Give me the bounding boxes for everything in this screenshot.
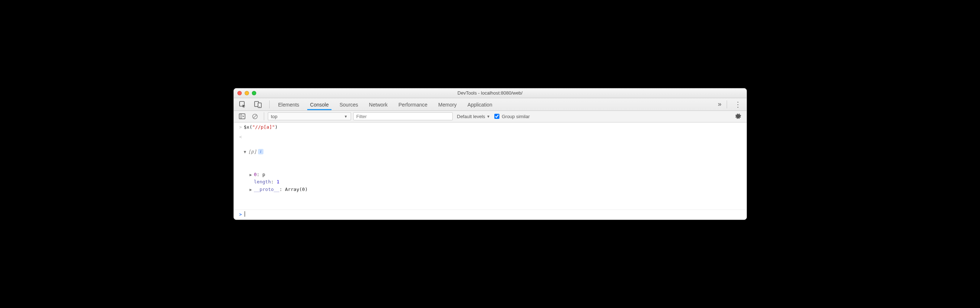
disclosure-arrow-down-icon[interactable]: ▼ [244, 149, 248, 155]
prop-value: p [262, 172, 265, 177]
command-text: $x("//p[a]") [244, 124, 743, 131]
devtools-tabs: ElementsConsoleSourcesNetworkPerformance… [277, 99, 713, 110]
prop-key: __proto__ [254, 187, 279, 192]
console-body: > $x("//p[a]") < ▼[p]i ▶0: plength: 1▶__… [234, 123, 746, 220]
group-similar-input[interactable] [494, 114, 500, 119]
output-caret-icon: < [237, 133, 244, 140]
devtools-window: DevTools - localhost:8080/web/ ElementsC… [234, 88, 747, 220]
svg-line-7 [253, 115, 256, 118]
chevron-down-icon: ▼ [487, 115, 490, 118]
minimize-window-button[interactable] [245, 91, 249, 95]
log-levels-select[interactable]: Default levels ▼ [457, 114, 490, 119]
console-settings-icon[interactable] [733, 112, 744, 121]
svg-point-3 [259, 107, 260, 107]
tab-application[interactable]: Application [466, 99, 494, 110]
text-cursor [245, 211, 245, 217]
console-filter-input[interactable] [353, 112, 453, 120]
result-prop-line[interactable]: length: 1 [250, 178, 743, 186]
console-toolbar: top ▼ Default levels ▼ Group similar [234, 111, 746, 123]
input-caret-icon: > [237, 124, 244, 131]
execution-context-value: top [271, 114, 278, 119]
prop-value: Array(0) [285, 187, 308, 192]
inspect-element-icon[interactable] [237, 99, 248, 109]
window-title: DevTools - localhost:8080/web/ [237, 90, 743, 96]
tab-network[interactable]: Network [368, 99, 389, 110]
tab-performance[interactable]: Performance [397, 99, 429, 110]
divider [269, 101, 270, 109]
console-prompt-row[interactable]: > [234, 210, 746, 220]
disclosure-arrow-right-icon[interactable]: ▶ [250, 187, 254, 193]
close-window-button[interactable] [237, 91, 242, 95]
disclosure-arrow-right-icon[interactable]: ▶ [250, 172, 254, 178]
result-prop-line[interactable]: ▶0: p [250, 171, 743, 179]
prompt-caret-icon: > [237, 211, 244, 218]
tab-memory[interactable]: Memory [437, 99, 458, 110]
clear-console-icon[interactable] [250, 112, 260, 121]
prop-key: length [254, 179, 271, 184]
devtools-tabbar: ElementsConsoleSourcesNetworkPerformance… [234, 98, 746, 111]
info-badge-icon[interactable]: i [258, 149, 264, 154]
execution-context-select[interactable]: top ▼ [268, 112, 351, 120]
prop-value: 1 [277, 179, 279, 184]
toggle-device-toolbar-icon[interactable] [252, 99, 264, 109]
tab-sources[interactable]: Sources [338, 99, 360, 110]
result-prop-line[interactable]: ▶__proto__: Array(0) [250, 186, 743, 193]
traffic-lights [237, 91, 256, 95]
more-tabs-icon[interactable]: » [716, 101, 721, 108]
svg-rect-4 [239, 114, 245, 119]
divider [264, 112, 264, 120]
toggle-console-sidebar-icon[interactable] [237, 112, 248, 121]
group-similar-label: Group similar [501, 114, 530, 119]
group-similar-checkbox[interactable]: Group similar [494, 114, 530, 119]
console-result-row[interactable]: < ▼[p]i ▶0: plength: 1▶__proto__: Array(… [234, 132, 746, 210]
divider [727, 101, 727, 109]
console-command-row[interactable]: > $x("//p[a]") [234, 123, 746, 132]
window-titlebar: DevTools - localhost:8080/web/ [234, 88, 746, 98]
maximize-window-button[interactable] [252, 91, 256, 95]
result-summary-line[interactable]: ▼[p]i [244, 148, 743, 156]
result-props: ▶0: plength: 1▶__proto__: Array(0) [244, 171, 743, 193]
menu-kebab-icon[interactable]: ⋮ [732, 100, 744, 109]
tab-console[interactable]: Console [309, 99, 330, 110]
log-levels-label: Default levels [457, 114, 485, 119]
console-input[interactable] [244, 211, 743, 219]
result-content: ▼[p]i ▶0: plength: 1▶__proto__: Array(0) [244, 133, 743, 209]
tab-elements[interactable]: Elements [277, 99, 301, 110]
chevron-down-icon: ▼ [344, 115, 348, 118]
